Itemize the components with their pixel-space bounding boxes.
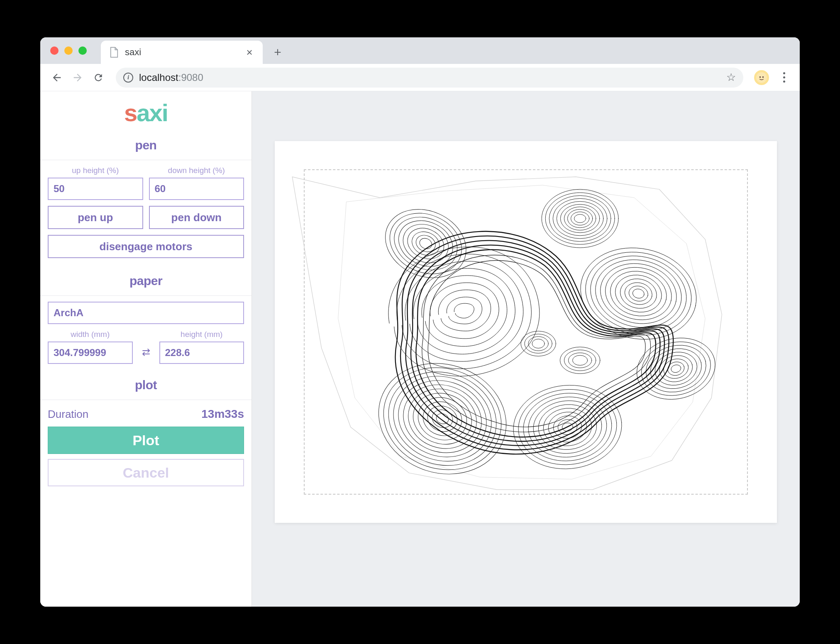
svg-point-22 <box>623 280 654 307</box>
app-content: saxi pen up height (%) down height (%) p… <box>40 91 800 607</box>
section-pen: up height (%) down height (%) pen up pen… <box>40 160 252 266</box>
svg-point-31 <box>662 356 691 381</box>
down-height-input[interactable] <box>149 178 244 200</box>
svg-point-61 <box>532 339 545 348</box>
svg-point-33 <box>670 364 682 373</box>
down-height-label: down height (%) <box>149 166 244 175</box>
up-height-label: up height (%) <box>48 166 143 175</box>
svg-point-2 <box>762 76 764 78</box>
browser-tab[interactable]: saxi × <box>101 41 263 64</box>
svg-point-27 <box>641 339 711 398</box>
paper-preset-input[interactable] <box>48 302 244 324</box>
svg-point-1 <box>759 76 761 78</box>
pen-down-button[interactable]: pen down <box>149 206 244 229</box>
svg-point-3 <box>542 189 618 248</box>
duration-value: 13m33s <box>201 407 244 421</box>
window-close-icon[interactable] <box>50 46 59 55</box>
close-icon[interactable]: × <box>244 47 254 57</box>
section-paper: width (mm) ⇄ height (mm) <box>40 295 252 374</box>
svg-point-64 <box>569 353 592 368</box>
svg-point-35 <box>370 353 515 485</box>
svg-point-38 <box>388 369 496 468</box>
svg-point-65 <box>573 355 588 365</box>
svg-point-19 <box>606 266 671 321</box>
section-header-plot: plot <box>40 374 252 400</box>
bookmark-star-icon[interactable]: ☆ <box>726 71 736 84</box>
svg-point-58 <box>521 331 556 356</box>
paper-sheet <box>275 141 777 523</box>
svg-point-16 <box>589 252 688 335</box>
paper-width-input[interactable] <box>48 342 133 364</box>
svg-point-11 <box>571 212 589 225</box>
swap-dimensions-icon[interactable]: ⇄ <box>139 330 154 364</box>
plot-bounds <box>304 169 748 495</box>
svg-point-32 <box>666 360 686 377</box>
plot-preview <box>280 144 772 518</box>
svg-point-18 <box>601 261 676 326</box>
window-maximize-icon[interactable] <box>78 46 87 55</box>
paper-height-input[interactable] <box>159 342 244 364</box>
svg-point-68 <box>386 207 466 280</box>
reload-button[interactable] <box>90 69 107 86</box>
svg-point-60 <box>528 337 548 351</box>
svg-point-7 <box>557 201 603 235</box>
duration-row: Duration 13m33s <box>40 400 252 427</box>
tab-strip: saxi × + <box>40 37 800 64</box>
svg-point-25 <box>630 330 722 407</box>
paper-width-label: width (mm) <box>48 330 133 339</box>
svg-point-39 <box>394 375 490 463</box>
section-header-paper: paper <box>40 266 252 295</box>
address-bar[interactable]: i localhost:9080 ☆ <box>116 68 743 88</box>
kebab-menu-icon[interactable] <box>777 72 791 83</box>
svg-point-10 <box>568 210 593 228</box>
svg-point-12 <box>574 215 586 223</box>
svg-point-8 <box>560 204 599 232</box>
svg-point-23 <box>628 284 650 303</box>
browser-window: saxi × + i localhost:9080 ☆ saxi <box>40 37 800 607</box>
svg-point-5 <box>549 195 611 242</box>
svg-point-4 <box>545 193 615 244</box>
file-icon <box>109 47 119 57</box>
svg-point-13 <box>572 237 705 350</box>
svg-point-59 <box>525 334 552 353</box>
svg-point-63 <box>564 350 596 371</box>
svg-point-30 <box>657 352 695 385</box>
profile-avatar[interactable] <box>754 70 769 85</box>
up-height-input[interactable] <box>48 178 143 200</box>
sidebar: saxi pen up height (%) down height (%) p… <box>40 91 252 607</box>
plot-button[interactable]: Plot <box>48 427 244 454</box>
svg-point-17 <box>595 257 682 331</box>
section-header-pen: pen <box>40 131 252 160</box>
cancel-button[interactable]: Cancel <box>48 459 244 486</box>
svg-point-62 <box>560 347 600 373</box>
svg-point-24 <box>632 288 645 299</box>
paper-height-label: height (mm) <box>159 330 244 339</box>
svg-point-20 <box>612 271 665 317</box>
canvas-area <box>252 91 800 607</box>
pen-up-button[interactable]: pen up <box>48 206 143 229</box>
app-logo: saxi <box>40 99 252 127</box>
site-info-icon[interactable]: i <box>123 73 133 83</box>
tab-title: saxi <box>125 47 239 58</box>
url-text: localhost:9080 <box>139 72 203 83</box>
svg-point-21 <box>618 276 659 312</box>
svg-point-41 <box>406 386 478 452</box>
svg-point-40 <box>400 380 484 457</box>
traffic-lights <box>50 46 87 55</box>
svg-point-9 <box>564 207 596 230</box>
svg-point-43 <box>419 397 466 441</box>
window-minimize-icon[interactable] <box>64 46 73 55</box>
duration-label: Duration <box>48 408 88 421</box>
disengage-motors-button[interactable]: disengage motors <box>48 235 244 258</box>
new-tab-button[interactable]: + <box>269 43 287 61</box>
svg-point-0 <box>756 72 767 83</box>
back-button[interactable] <box>49 69 65 86</box>
browser-toolbar: i localhost:9080 ☆ <box>40 64 800 91</box>
forward-button[interactable] <box>69 69 86 86</box>
svg-point-72 <box>408 227 444 259</box>
